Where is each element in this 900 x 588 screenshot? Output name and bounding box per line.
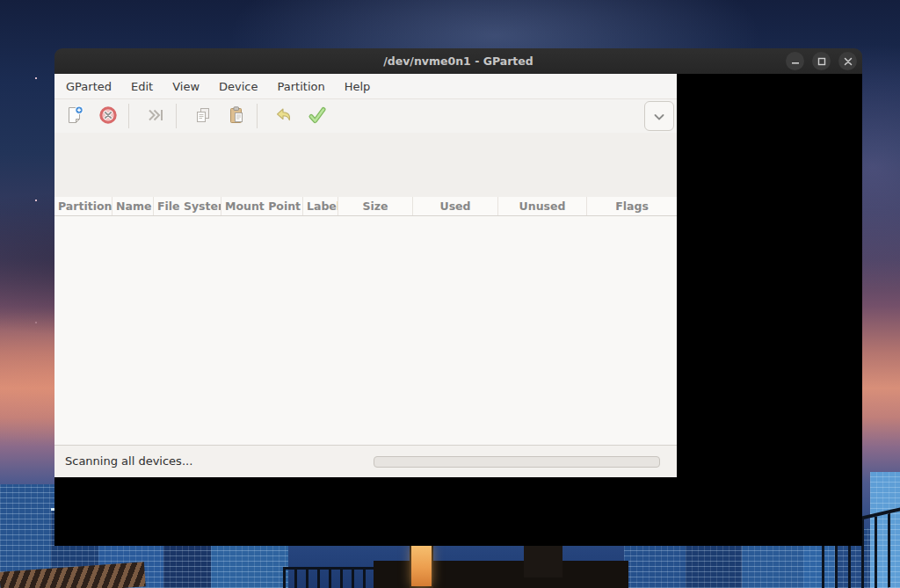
- menu-help[interactable]: Help: [335, 74, 381, 98]
- apply-button[interactable]: [304, 103, 330, 129]
- menu-gparted[interactable]: GParted: [56, 74, 121, 98]
- new-partition-button[interactable]: [62, 103, 88, 129]
- delete-partition-button[interactable]: [95, 103, 121, 129]
- partition-table-body: [54, 216, 677, 445]
- toolbar-separator: [257, 104, 258, 128]
- menu-partition[interactable]: Partition: [268, 74, 335, 98]
- column-header-file-system[interactable]: File System: [154, 197, 221, 215]
- toolbar: [54, 98, 677, 133]
- minimize-button[interactable]: [786, 52, 804, 70]
- paste-icon: [226, 105, 247, 128]
- minimize-icon: [791, 57, 800, 66]
- maximize-icon: [817, 57, 826, 66]
- lit-window: [410, 543, 433, 588]
- menu-device[interactable]: Device: [209, 74, 267, 98]
- status-bar: Scanning all devices...: [54, 445, 677, 477]
- undo-button[interactable]: [271, 103, 297, 129]
- column-header-partition[interactable]: Partition: [54, 197, 112, 215]
- close-icon: [844, 57, 853, 66]
- column-header-flags[interactable]: Flags: [587, 197, 677, 215]
- apply-icon: [307, 105, 328, 128]
- maximize-button[interactable]: [812, 52, 831, 70]
- column-header-used[interactable]: Used: [413, 197, 498, 215]
- toolbar-separator: [128, 104, 129, 128]
- device-selector-dropdown[interactable]: [644, 101, 674, 131]
- scan-progress-bar: [374, 456, 660, 468]
- column-header-size[interactable]: Size: [338, 197, 413, 215]
- resize-move-button[interactable]: [142, 103, 169, 129]
- undo-icon: [273, 105, 294, 128]
- chevron-down-icon: [654, 110, 664, 123]
- city-building: [163, 542, 214, 588]
- column-header-name[interactable]: Name: [112, 197, 154, 215]
- window-controls: [786, 52, 857, 70]
- column-header-unused[interactable]: Unused: [498, 197, 587, 215]
- toolbar-separator: [176, 104, 177, 128]
- copy-icon: [192, 105, 214, 128]
- gparted-window: GParted Edit View Device Partition Help: [54, 74, 677, 477]
- status-message: Scanning all devices...: [65, 446, 192, 477]
- window-title: /dev/nvme0n1 - GParted: [54, 48, 862, 74]
- column-header-label[interactable]: Label: [303, 197, 338, 215]
- close-button[interactable]: [838, 52, 857, 70]
- menu-edit[interactable]: Edit: [121, 74, 163, 98]
- city-building: [742, 542, 807, 588]
- window-titlebar[interactable]: /dev/nvme0n1 - GParted: [54, 48, 862, 74]
- rooftop-railing: [283, 567, 385, 588]
- device-graphic-area: [54, 133, 677, 197]
- copy-button[interactable]: [190, 103, 216, 129]
- menu-bar: GParted Edit View Device Partition Help: [54, 74, 677, 98]
- delete-partition-icon: [98, 105, 119, 128]
- new-partition-icon: [64, 105, 85, 128]
- column-header-mount-point[interactable]: Mount Point: [221, 197, 303, 215]
- resize-move-icon: [145, 105, 166, 128]
- menu-view[interactable]: View: [163, 74, 209, 98]
- partition-table-header: Partition Name File System Mount Point L…: [54, 197, 677, 216]
- paste-button[interactable]: [223, 103, 250, 129]
